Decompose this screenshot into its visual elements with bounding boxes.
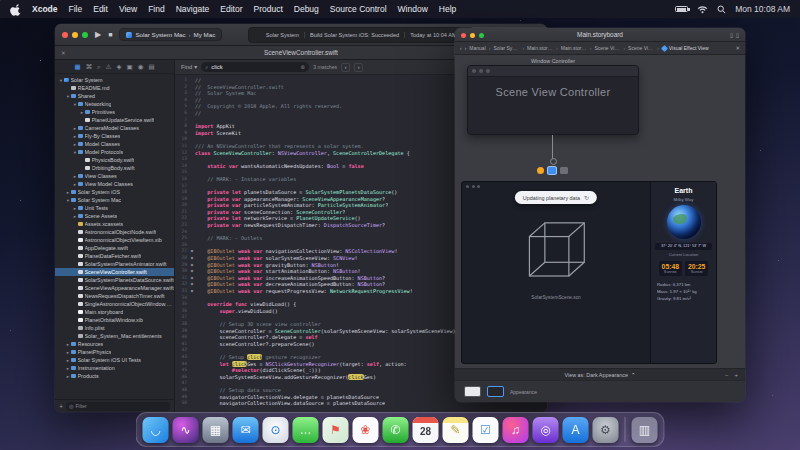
line-number[interactable]: 1 (175, 77, 189, 84)
line-number[interactable]: 17 (175, 183, 189, 190)
breadcrumb-item[interactable]: Main.storyboard (Base) (561, 45, 587, 51)
line-number[interactable]: 25 (175, 235, 189, 242)
menu-view[interactable]: View (119, 4, 137, 14)
dock-calendar[interactable]: 28 (413, 417, 439, 443)
tree-item[interactable]: ▾Solar System (55, 76, 174, 84)
line-number[interactable]: 50 (175, 400, 189, 407)
line-number[interactable]: 42 (175, 347, 189, 354)
line-number[interactable]: 22 (175, 215, 189, 222)
tree-item[interactable]: NewsRequestDispatchTimer.swift (55, 292, 174, 300)
zoom-in-button[interactable]: + (734, 372, 738, 378)
line-number[interactable]: 3 (175, 90, 189, 97)
line-number[interactable]: 39 (175, 328, 189, 335)
line-number[interactable]: 21 (175, 209, 189, 216)
menu-editor[interactable]: Editor (220, 4, 242, 14)
line-number[interactable]: 10 (175, 136, 189, 143)
previous-match-button[interactable]: ‹ (341, 63, 350, 72)
menu-source-control[interactable]: Source Control (330, 4, 387, 14)
add-file-icon[interactable]: + (59, 403, 63, 410)
tree-item[interactable]: ▸Unit Tests (55, 204, 174, 212)
navigator-tab-3-icon[interactable]: ⚠ (106, 63, 112, 71)
wifi-icon[interactable] (697, 5, 708, 14)
minimize-window-button[interactable] (470, 33, 475, 38)
line-number[interactable]: 41 (175, 341, 189, 348)
line-number[interactable]: 33 (175, 288, 189, 295)
tree-item[interactable]: ▸Solar System iOS (55, 188, 174, 196)
run-button[interactable]: ▶ (95, 31, 101, 39)
tree-item[interactable]: AstronomicalObjectNode.swift (55, 228, 174, 236)
navigator-toggle-icon[interactable]: ▯ (730, 32, 733, 38)
tree-item[interactable]: ▸View Model Classes (55, 180, 174, 188)
next-match-button[interactable]: › (354, 63, 363, 72)
navigator-tab-4-icon[interactable]: ◈ (117, 63, 122, 71)
view-controller-dock-icon[interactable] (560, 167, 568, 174)
line-number[interactable]: 36 (175, 308, 189, 315)
back-icon[interactable]: ‹ (460, 45, 462, 51)
close-editor-icon[interactable]: ✕ (735, 45, 740, 51)
view-as-label[interactable]: View as: Dark Appearance (565, 372, 628, 378)
find-scope-menu[interactable]: Find ▾ (181, 64, 197, 70)
dock-finder[interactable]: ◡ (143, 417, 169, 443)
tree-item[interactable]: SolarSystemPlanetsAnimator.swift (55, 260, 174, 268)
line-number[interactable]: 45 (175, 367, 189, 374)
dock-messages[interactable]: … (293, 417, 319, 443)
tree-item[interactable]: ▾Solar System Mac (55, 196, 174, 204)
line-number[interactable]: 30 (175, 268, 189, 275)
app-dock-icon[interactable] (537, 167, 544, 174)
tree-item[interactable]: Main.storyboard (55, 308, 174, 316)
menu-debug[interactable]: Debug (294, 4, 319, 14)
line-number[interactable]: 31 (175, 275, 189, 282)
storyboard-canvas[interactable]: Window Controller Scene View Controller (455, 55, 745, 368)
tree-item[interactable]: ▸CameraModel Classes (55, 124, 174, 132)
line-number[interactable]: 5 (175, 103, 189, 110)
line-number[interactable]: 13 (175, 156, 189, 163)
breadcrumb-item[interactable]: Manual (469, 45, 485, 51)
navigator-tab-6-icon[interactable]: ◉ (138, 63, 144, 71)
tree-item[interactable]: SingleAstronomicalObjectWindow.swift (55, 300, 174, 308)
zoom-out-button[interactable]: − (725, 372, 729, 378)
tree-item[interactable]: ▾Shared (55, 92, 174, 100)
tree-item[interactable]: ▾Networking (55, 100, 174, 108)
dock-maps[interactable]: ⚑ (323, 417, 349, 443)
line-number[interactable]: 4 (175, 97, 189, 104)
menu-file[interactable]: File (69, 4, 83, 14)
menu-help[interactable]: Help (439, 4, 456, 14)
line-number[interactable]: 47 (175, 380, 189, 387)
tree-item[interactable]: ▸Model Classes (55, 140, 174, 148)
tree-item[interactable]: Solar_System_Mac.entitlements (55, 332, 174, 340)
tree-item[interactable]: ▸Scene Assets (55, 212, 174, 220)
zoom-window-button[interactable] (82, 32, 88, 38)
menu-product[interactable]: Product (253, 4, 282, 14)
tree-item[interactable]: Assets.xcassets (55, 220, 174, 228)
line-number[interactable]: 37 (175, 314, 189, 321)
inspector-toggle-icon[interactable]: ▯ (736, 32, 739, 38)
zoom-window-button[interactable] (479, 33, 484, 38)
dock-facetime[interactable]: ✆ (383, 417, 409, 443)
apple-menu-icon[interactable] (10, 3, 21, 16)
dock-system-preferences[interactable]: ⚙ (593, 417, 619, 443)
line-number[interactable]: 49 (175, 394, 189, 401)
tree-item[interactable]: ▾Model Protocols (55, 148, 174, 156)
line-number[interactable]: 26 (175, 242, 189, 249)
line-number[interactable]: 43 (175, 354, 189, 361)
tree-item[interactable]: README.md (55, 84, 174, 92)
tree-item[interactable]: ▸Instrumentation (55, 364, 174, 372)
dock-podcasts[interactable]: ◎ (533, 417, 559, 443)
dock-siri[interactable]: ∿ (173, 417, 199, 443)
window-controller-dock-icon[interactable] (548, 167, 556, 174)
tree-item[interactable]: PlanetOrbitalWindow.xib (55, 316, 174, 324)
battery-icon[interactable] (675, 6, 688, 12)
dock-safari[interactable]: ⊙ (263, 417, 289, 443)
line-number[interactable]: 38 (175, 321, 189, 328)
line-number[interactable]: 11 (175, 143, 189, 150)
filter-field[interactable]: ◎ Filter (66, 402, 170, 411)
tree-item[interactable]: PlanetUpdateService.swift (55, 116, 174, 124)
light-appearance-thumbnail[interactable] (464, 386, 481, 397)
window-controller-preview[interactable]: Scene View Controller (467, 65, 639, 135)
line-number[interactable]: 34 (175, 295, 189, 302)
view-controller-preview[interactable]: Updating planetary data ↻ (461, 181, 717, 364)
tree-item[interactable]: AppDelegate.swift (55, 244, 174, 252)
line-number[interactable]: 46 (175, 374, 189, 381)
dock-reminders[interactable]: ☑ (473, 417, 499, 443)
tree-item[interactable]: PhysicsBody.swift (55, 156, 174, 164)
